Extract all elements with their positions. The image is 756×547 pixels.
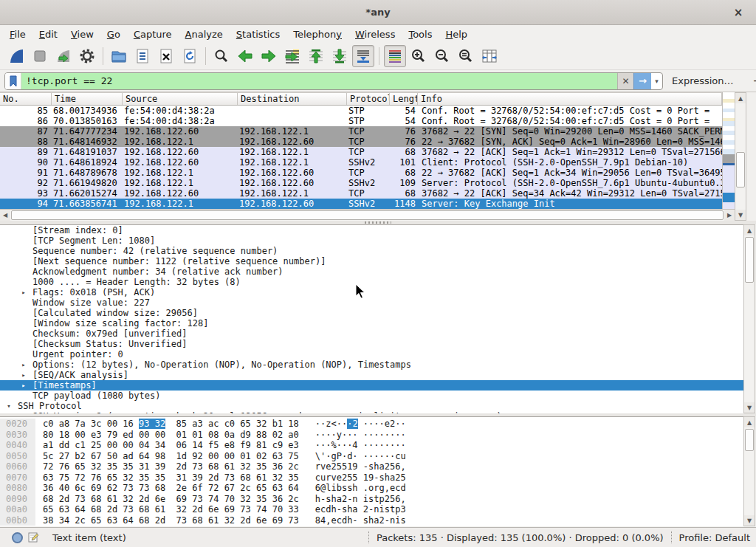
hex-bytes[interactable]: 36 40 6c 69 62 73 73 68 2e 6f 72 67 2c 6…: [35, 483, 299, 494]
display-filter-input[interactable]: !tcp.port == 22 ✕ → ▾: [4, 72, 663, 90]
packet-row-94[interactable]: 9471.663856741192.168.122.1192.168.122.6…: [0, 199, 722, 209]
detail-line[interactable]: [Checksum Status: Unverified]: [0, 339, 743, 349]
packet-list-hscrollbar[interactable]: ◀ ▶: [0, 209, 735, 221]
scroll-up-arrow[interactable]: ▲: [735, 93, 746, 103]
menu-analyze[interactable]: Analyze: [179, 27, 230, 42]
packet-row-88[interactable]: 8871.648146932192.168.122.1192.168.122.6…: [0, 137, 722, 147]
hex-bytes[interactable]: 5c 27 b2 67 50 ad 64 98 1d 92 00 00 01 0…: [35, 451, 299, 462]
menu-edit[interactable]: Edit: [32, 27, 64, 42]
packet-row-89[interactable]: 8971.648191037192.168.122.60192.168.122.…: [0, 147, 722, 157]
packet-row-91[interactable]: 9171.648789678192.168.122.1192.168.122.6…: [0, 168, 722, 178]
detail-line[interactable]: TCP payload (1080 bytes): [0, 391, 743, 401]
detail-line[interactable]: Checksum: 0x79ed [unverified]: [0, 328, 743, 339]
collapsed-arrow-icon[interactable]: ▸: [19, 380, 28, 391]
packet-row-93[interactable]: 9371.662015274192.168.122.60192.168.122.…: [0, 188, 722, 199]
menu-wireless[interactable]: Wireless: [348, 27, 402, 42]
hex-bytes[interactable]: 72 76 65 32 35 35 31 39 2d 73 68 61 32 3…: [35, 461, 299, 472]
start-capture-button[interactable]: [5, 45, 27, 67]
detail-line[interactable]: ▸Flags: 0x018 (PSH, ACK): [0, 287, 743, 297]
hex-bytes[interactable]: c0 a8 7a 3c 00 16 93 32 85 a3 ac c0 65 3…: [35, 419, 299, 430]
filter-apply-button[interactable]: →: [633, 73, 651, 89]
ascii-bytes[interactable]: ····y··· ········: [299, 430, 406, 441]
auto-scroll-button[interactable]: [352, 45, 374, 67]
colorize-packets-button[interactable]: [384, 45, 406, 67]
detail-line[interactable]: Sequence number: 42 (relative sequence n…: [0, 246, 743, 256]
scroll-thumb[interactable]: [11, 210, 724, 220]
status-profile[interactable]: Profile: Default: [679, 532, 750, 543]
ascii-bytes[interactable]: rve25519 -sha256,: [299, 461, 406, 472]
menu-capture[interactable]: Capture: [127, 27, 179, 42]
filter-clear-button[interactable]: ✕: [617, 73, 633, 89]
packet-row-85[interactable]: 8568.001734936fe:54:00:d4:38:2aSTP54Conf…: [0, 106, 722, 116]
column-header-info[interactable]: Info: [418, 93, 722, 105]
scroll-down-arrow[interactable]: ▼: [744, 515, 755, 526]
filter-value[interactable]: !tcp.port == 22: [21, 73, 617, 89]
packet-row-90[interactable]: 9071.648618924192.168.122.60192.168.122.…: [0, 157, 722, 168]
detail-line[interactable]: ▸Options: (12 bytes), No-Operation (NOP)…: [0, 359, 743, 370]
packet-list-vscrollbar[interactable]: ▲ ▼: [735, 92, 746, 221]
menu-telephony[interactable]: Telephony: [286, 27, 348, 42]
hex-bytes[interactable]: 63 75 72 76 65 32 35 35 31 39 2d 73 68 6…: [35, 472, 299, 484]
scroll-thumb[interactable]: [745, 237, 754, 283]
hex-bytes[interactable]: a1 dd c1 25 00 00 04 34 06 14 f5 e8 f9 8…: [35, 440, 299, 451]
menu-statistics[interactable]: Statistics: [230, 27, 286, 42]
hex-bytes[interactable]: 80 18 00 e3 79 ed 00 00 01 01 08 0a d9 8…: [35, 430, 299, 441]
close-file-button[interactable]: [155, 45, 177, 67]
filter-bookmark-icon[interactable]: [5, 73, 21, 89]
scroll-left-arrow[interactable]: ◀: [0, 210, 10, 221]
details-vscrollbar[interactable]: ▲ ▼: [743, 224, 755, 413]
hex-row-00b0[interactable]: 00b038 34 2c 65 63 64 68 2d 73 68 61 32 …: [0, 515, 743, 526]
packet-row-92[interactable]: 9271.661949820192.168.122.1192.168.122.6…: [0, 178, 722, 188]
find-packet-button[interactable]: [210, 45, 233, 67]
zoom-out-button[interactable]: [431, 45, 453, 67]
hex-row-0040[interactable]: 0040a1 dd c1 25 00 00 04 34 06 14 f5 e8 …: [0, 440, 743, 451]
zoom-reset-button[interactable]: [455, 45, 477, 67]
ascii-bytes[interactable]: curve255 19-sha25: [299, 472, 406, 484]
ascii-bytes[interactable]: ···%···4 ········: [299, 440, 406, 451]
detail-line[interactable]: [TCP Segment Len: 1080]: [0, 235, 743, 246]
collapsed-arrow-icon[interactable]: ▸: [19, 370, 28, 380]
column-header-source[interactable]: Source: [123, 93, 238, 105]
scroll-down-arrow[interactable]: ▼: [744, 402, 755, 413]
reload-file-button[interactable]: [179, 45, 201, 67]
hex-row-0080[interactable]: 008036 40 6c 69 62 73 73 68 2e 6f 72 67 …: [0, 483, 743, 494]
expert-info-icon[interactable]: [12, 532, 23, 543]
go-back-button[interactable]: [234, 45, 256, 67]
zoom-in-button[interactable]: [408, 45, 430, 67]
capture-comment-icon[interactable]: [27, 531, 39, 543]
add-filter-button[interactable]: +: [749, 74, 756, 88]
detail-line[interactable]: ▾SSH Protocol: [0, 401, 743, 411]
expression-button[interactable]: Expression…: [672, 75, 734, 86]
column-header-length[interactable]: Length: [390, 93, 418, 105]
scroll-up-arrow[interactable]: ▲: [744, 225, 755, 235]
ascii-bytes[interactable]: ecdh-sha 2-nistp3: [299, 504, 406, 515]
go-last-button[interactable]: [329, 45, 351, 67]
hex-row-0070[interactable]: 007063 75 72 76 65 32 35 35 31 39 2d 73 …: [0, 472, 743, 484]
detail-line[interactable]: [Window size scaling factor: 128]: [0, 318, 743, 328]
save-file-button[interactable]: [131, 45, 154, 67]
ascii-bytes[interactable]: ··z<···2 ····e2··: [299, 419, 406, 430]
column-header-no[interactable]: No.: [0, 93, 52, 105]
scroll-right-arrow[interactable]: ▶: [724, 210, 735, 221]
column-header-time[interactable]: Time: [52, 93, 123, 105]
detail-line[interactable]: [Calculated window size: 29056]: [0, 308, 743, 318]
scroll-thumb[interactable]: [736, 152, 745, 188]
hex-row-0020[interactable]: 0020c0 a8 7a 3c 00 16 93 32 85 a3 ac c0 …: [0, 419, 743, 430]
open-file-button[interactable]: [108, 45, 130, 67]
menu-go[interactable]: Go: [100, 27, 127, 42]
expanded-arrow-icon[interactable]: ▾: [4, 401, 13, 411]
collapsed-arrow-icon[interactable]: ▸: [19, 287, 28, 297]
close-window-button[interactable]: ×: [731, 5, 746, 20]
hex-row-0060[interactable]: 006072 76 65 32 35 35 31 39 2d 73 68 61 …: [0, 461, 743, 472]
filter-history-caret[interactable]: ▾: [651, 73, 662, 89]
detail-line[interactable]: [Stream index: 0]: [0, 225, 743, 235]
hex-row-0050[interactable]: 00505c 27 b2 67 50 ad 64 98 1d 92 00 00 …: [0, 451, 743, 462]
packet-list-header[interactable]: No.TimeSourceDestinationProtocolLengthIn…: [0, 92, 722, 106]
hex-vscrollbar[interactable]: ▲ ▼: [743, 416, 755, 526]
menu-view[interactable]: View: [64, 27, 100, 42]
capture-options-button[interactable]: [76, 45, 98, 67]
go-to-packet-button[interactable]: [281, 45, 303, 67]
packet-row-86[interactable]: 8670.013850163fe:54:00:d4:38:2aSTP54Conf…: [0, 116, 722, 126]
packet-row-87[interactable]: 8771.647777234192.168.122.60192.168.122.…: [0, 126, 722, 137]
go-forward-button[interactable]: [258, 45, 280, 67]
